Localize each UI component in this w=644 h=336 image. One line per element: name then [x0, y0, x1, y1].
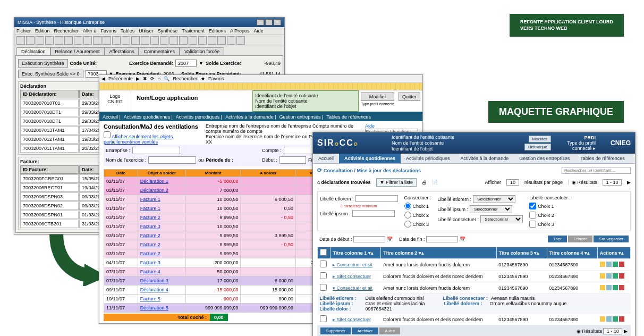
calendar-icon[interactable]: 📅: [460, 237, 465, 242]
choix1-radio[interactable]: [404, 203, 411, 209]
toolbar-button[interactable]: [150, 36, 159, 45]
edit-icon[interactable]: [600, 285, 605, 290]
toolbar-button[interactable]: [179, 36, 188, 45]
col-header[interactable]: Titre colonne 4 ▾▴: [547, 247, 597, 259]
tab[interactable]: Validation forcée: [180, 47, 224, 55]
etlorem-input[interactable]: [355, 195, 398, 202]
copy-icon[interactable]: [606, 262, 612, 267]
toolbar-button[interactable]: [198, 36, 207, 45]
toolbar-button[interactable]: [122, 36, 130, 45]
toolbar-button[interactable]: [112, 36, 121, 45]
toolbar-button[interactable]: [236, 36, 245, 45]
toolbar-button[interactable]: [141, 36, 149, 45]
menu-item[interactable]: Tables: [121, 28, 134, 33]
edit-icon[interactable]: [600, 316, 605, 322]
results-range-input[interactable]: [603, 179, 622, 186]
tab[interactable]: Affectations: [105, 47, 139, 55]
nav-item[interactable]: Activités à la demande: [455, 154, 514, 163]
modifier-button[interactable]: Modifier: [361, 93, 394, 101]
toolbar-button[interactable]: [227, 36, 235, 45]
nav-item[interactable]: Activités à la demande |: [225, 114, 276, 120]
toolbar-button[interactable]: [26, 36, 35, 45]
select-all-checkbox[interactable]: [320, 249, 327, 256]
print-icon[interactable]: 🖨: [422, 180, 427, 185]
quitter-button[interactable]: Quitter: [399, 93, 420, 101]
toolbar-button[interactable]: [103, 36, 111, 45]
trier-button[interactable]: Trier: [548, 236, 567, 242]
col-header[interactable]: Montant: [185, 170, 241, 177]
nav-item[interactable]: Activités périodiques: [401, 154, 455, 163]
copy-icon[interactable]: [606, 273, 612, 279]
menu-item[interactable]: Traitement: [182, 28, 205, 33]
menu-item[interactable]: Utiliser: [139, 28, 154, 33]
nav-item[interactable]: Activités quotidiennes: [339, 154, 401, 163]
col-header[interactable]: Titre colonne 3 ▾▴: [496, 247, 547, 259]
date-fin-input[interactable]: [426, 236, 458, 242]
close-button[interactable]: ×: [274, 19, 281, 26]
export-icon[interactable]: 📄: [432, 180, 438, 185]
toolbar-button[interactable]: [170, 36, 178, 45]
col1-link[interactable]: ▸ Consectuer et sit: [331, 259, 381, 271]
row-checkbox[interactable]: [320, 261, 327, 267]
menu-item[interactable]: Edition: [35, 28, 50, 33]
nav-item[interactable]: Tables de références: [575, 154, 630, 163]
favorites-icon[interactable]: ★: [201, 76, 205, 81]
menu-item[interactable]: Aller à: [83, 28, 97, 33]
menu-item[interactable]: Rechercher: [54, 28, 79, 33]
col-header[interactable]: Titre colonne 2 ▾▴: [381, 247, 496, 259]
choix2-radio[interactable]: [404, 212, 411, 219]
nav-item[interactable]: Gestion des entreprises: [514, 154, 575, 163]
copy-icon[interactable]: [606, 285, 612, 290]
nav-item[interactable]: Tables de références: [326, 114, 371, 120]
toolbar-button[interactable]: [36, 36, 44, 45]
entreprise-input[interactable]: [132, 147, 180, 154]
ipsum-select[interactable]: Sélectionner: [470, 205, 512, 213]
nav-item[interactable]: Gestion entreprises |: [279, 114, 324, 120]
chk-choix1[interactable]: [529, 203, 536, 209]
exercice-demande-field[interactable]: 2007: [175, 60, 197, 67]
toolbar-button[interactable]: [189, 36, 197, 45]
toolbar-button[interactable]: [45, 36, 54, 45]
maximize-button[interactable]: □: [265, 19, 273, 26]
choix3-radio[interactable]: [404, 221, 411, 228]
modifier-button[interactable]: Modifier: [529, 136, 551, 142]
ok-icon[interactable]: [613, 316, 618, 322]
sauvegarder-button[interactable]: Sauvegarder: [594, 236, 629, 242]
menu-item[interactable]: Fichier: [16, 28, 31, 33]
search-icon[interactable]: 🔍: [164, 76, 170, 81]
home-icon[interactable]: ⌂: [158, 76, 160, 81]
search-label[interactable]: Rechercher: [173, 76, 198, 81]
menu-item[interactable]: A Propos: [230, 28, 250, 33]
exec-solde-button[interactable]: Exec. Synthèse Solde <> 0: [18, 70, 83, 78]
debut-input[interactable]: [279, 156, 306, 164]
col-header[interactable]: Objet à solder: [138, 170, 185, 177]
toolbar-button[interactable]: [16, 36, 25, 45]
chk-choix3[interactable]: [529, 221, 536, 228]
copy-icon[interactable]: [606, 316, 612, 322]
toolbar-button[interactable]: [74, 36, 82, 45]
search-ident-input[interactable]: [562, 167, 631, 174]
supprimer-button[interactable]: Supprimer: [320, 327, 351, 334]
menu-item[interactable]: Aide: [253, 28, 263, 33]
col-header[interactable]: Titre colonne 1 ▾▴: [331, 247, 381, 259]
toolbar-button[interactable]: [160, 36, 168, 45]
ok-icon[interactable]: [613, 273, 618, 279]
tab[interactable]: Relance / Apurement: [50, 47, 105, 55]
favorites-label[interactable]: Favoris: [208, 76, 224, 81]
effacer-button[interactable]: Effacer: [568, 236, 592, 242]
calendar-icon[interactable]: 📅: [387, 237, 393, 242]
forward-icon[interactable]: ▶: [136, 76, 140, 81]
edit-icon[interactable]: [600, 273, 605, 279]
col-header[interactable]: Actions ▾▴: [597, 247, 630, 259]
results-range-input[interactable]: [603, 328, 622, 334]
col-header[interactable]: A solder: [241, 170, 296, 177]
archiver-button[interactable]: Archiver: [352, 327, 378, 334]
row-checkbox[interactable]: [320, 315, 327, 322]
delete-icon[interactable]: [619, 262, 624, 267]
ok-icon[interactable]: [613, 262, 618, 267]
date-debut-input[interactable]: [353, 236, 385, 242]
refresh-icon[interactable]: ⟳: [150, 76, 155, 81]
menu-item[interactable]: Editions: [209, 28, 226, 33]
col1-link[interactable]: ▾ Consectuer et sit: [331, 282, 381, 294]
delete-icon[interactable]: [619, 285, 624, 290]
